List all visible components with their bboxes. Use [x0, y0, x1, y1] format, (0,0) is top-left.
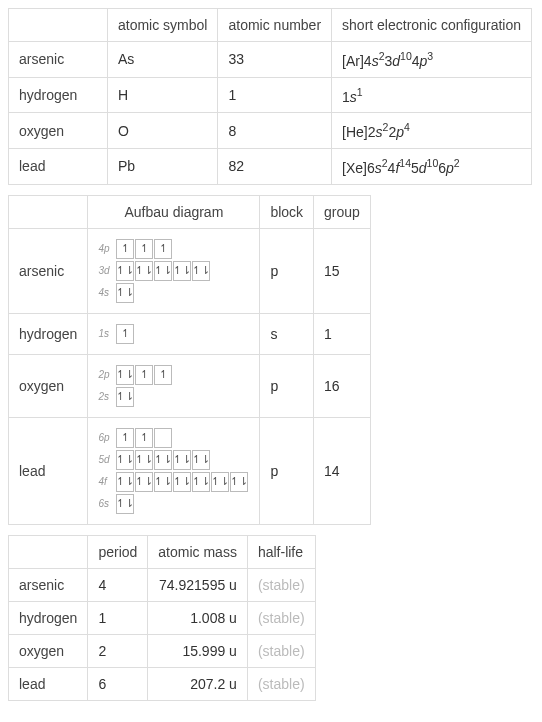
orbital-row: 4s↿⇂	[98, 283, 249, 303]
orbital-label: 2p	[98, 369, 116, 380]
orbital-box	[154, 428, 172, 448]
element-name: lead	[9, 148, 108, 184]
element-name: arsenic	[9, 568, 88, 601]
orbital-row: 4f↿⇂↿⇂↿⇂↿⇂↿⇂↿⇂↿⇂	[98, 472, 249, 492]
aufbau-diagram: 2p↿⇂↿↿2s↿⇂	[98, 365, 249, 407]
period: 1	[88, 601, 148, 634]
short-config: [He]2s22p4	[332, 113, 532, 149]
table-atomic-basics: atomic symbol atomic number short electr…	[8, 8, 532, 185]
atomic-mass: 74.921595 u	[148, 568, 248, 601]
element-name: hydrogen	[9, 313, 88, 354]
atomic-number: 1	[218, 77, 332, 113]
orbital-row: 2s↿⇂	[98, 387, 249, 407]
header-period: period	[88, 535, 148, 568]
element-name: arsenic	[9, 228, 88, 313]
table-header-row: atomic symbol atomic number short electr…	[9, 9, 532, 42]
block: p	[260, 417, 314, 524]
orbital-box: ↿⇂	[116, 472, 134, 492]
atomic-symbol: Pb	[108, 148, 218, 184]
period: 2	[88, 634, 148, 667]
table-row: lead6207.2 u(stable)	[9, 667, 316, 700]
orbital-box: ↿⇂	[211, 472, 229, 492]
block: p	[260, 228, 314, 313]
header-empty	[9, 9, 108, 42]
orbital-label: 1s	[98, 328, 116, 339]
atomic-mass: 207.2 u	[148, 667, 248, 700]
group: 16	[314, 354, 371, 417]
short-config: [Ar]4s23d104p3	[332, 42, 532, 78]
block: p	[260, 354, 314, 417]
orbital-label: 4p	[98, 243, 116, 254]
orbital-box: ↿⇂	[116, 283, 134, 303]
orbital-box: ↿⇂	[154, 450, 172, 470]
orbital-label: 4f	[98, 476, 116, 487]
orbital-row: 6p↿↿	[98, 428, 249, 448]
atomic-mass: 1.008 u	[148, 601, 248, 634]
orbital-box: ↿	[116, 324, 134, 344]
table-aufbau-block-group: Aufbau diagram block group arsenic4p↿↿↿3…	[8, 195, 371, 525]
table-row: oxygen2p↿⇂↿↿2s↿⇂p16	[9, 354, 371, 417]
orbital-row: 3d↿⇂↿⇂↿⇂↿⇂↿⇂	[98, 261, 249, 281]
table-row: lead6p↿↿5d↿⇂↿⇂↿⇂↿⇂↿⇂4f↿⇂↿⇂↿⇂↿⇂↿⇂↿⇂↿⇂6s↿⇂…	[9, 417, 371, 524]
table-row: oxygen215.999 u(stable)	[9, 634, 316, 667]
element-name: hydrogen	[9, 77, 108, 113]
atomic-symbol: As	[108, 42, 218, 78]
table-row: hydrogen1s↿s1	[9, 313, 371, 354]
orbital-box: ↿⇂	[173, 472, 191, 492]
orbital-box: ↿⇂	[116, 365, 134, 385]
aufbau-cell: 1s↿	[88, 313, 260, 354]
orbital-row: 5d↿⇂↿⇂↿⇂↿⇂↿⇂	[98, 450, 249, 470]
short-config: [Xe]6s24f145d106p2	[332, 148, 532, 184]
half-life: (stable)	[247, 634, 315, 667]
orbital-box: ↿	[116, 239, 134, 259]
aufbau-diagram: 6p↿↿5d↿⇂↿⇂↿⇂↿⇂↿⇂4f↿⇂↿⇂↿⇂↿⇂↿⇂↿⇂↿⇂6s↿⇂	[98, 428, 249, 514]
orbital-row: 4p↿↿↿	[98, 239, 249, 259]
header-aufbau: Aufbau diagram	[88, 195, 260, 228]
atomic-symbol: O	[108, 113, 218, 149]
table-row: arsenic4p↿↿↿3d↿⇂↿⇂↿⇂↿⇂↿⇂4s↿⇂p15	[9, 228, 371, 313]
table-row: arsenicAs33[Ar]4s23d104p3	[9, 42, 532, 78]
half-life: (stable)	[247, 667, 315, 700]
atomic-mass: 15.999 u	[148, 634, 248, 667]
group: 1	[314, 313, 371, 354]
header-atomic-symbol: atomic symbol	[108, 9, 218, 42]
orbital-box: ↿⇂	[230, 472, 248, 492]
header-atomic-mass: atomic mass	[148, 535, 248, 568]
orbital-box: ↿⇂	[173, 450, 191, 470]
aufbau-diagram: 1s↿	[98, 324, 249, 344]
atomic-number: 82	[218, 148, 332, 184]
orbital-box: ↿	[135, 365, 153, 385]
orbital-box: ↿⇂	[135, 450, 153, 470]
orbital-box: ↿⇂	[192, 450, 210, 470]
orbital-box: ↿⇂	[135, 261, 153, 281]
half-life: (stable)	[247, 568, 315, 601]
element-name: oxygen	[9, 354, 88, 417]
orbital-box: ↿⇂	[154, 472, 172, 492]
header-block: block	[260, 195, 314, 228]
table-row: leadPb82[Xe]6s24f145d106p2	[9, 148, 532, 184]
period: 4	[88, 568, 148, 601]
table-row: oxygenO8[He]2s22p4	[9, 113, 532, 149]
orbital-row: 2p↿⇂↿↿	[98, 365, 249, 385]
orbital-box: ↿⇂	[173, 261, 191, 281]
orbital-box: ↿⇂	[116, 261, 134, 281]
orbital-box: ↿⇂	[135, 472, 153, 492]
element-name: lead	[9, 667, 88, 700]
aufbau-cell: 4p↿↿↿3d↿⇂↿⇂↿⇂↿⇂↿⇂4s↿⇂	[88, 228, 260, 313]
table-header-row: period atomic mass half-life	[9, 535, 316, 568]
orbital-box: ↿⇂	[192, 472, 210, 492]
header-short-config: short electronic configuration	[332, 9, 532, 42]
element-name: hydrogen	[9, 601, 88, 634]
element-name: arsenic	[9, 42, 108, 78]
group: 15	[314, 228, 371, 313]
atomic-symbol: H	[108, 77, 218, 113]
header-empty	[9, 195, 88, 228]
group: 14	[314, 417, 371, 524]
orbital-box: ↿	[154, 239, 172, 259]
header-group: group	[314, 195, 371, 228]
block: s	[260, 313, 314, 354]
aufbau-diagram: 4p↿↿↿3d↿⇂↿⇂↿⇂↿⇂↿⇂4s↿⇂	[98, 239, 249, 303]
orbital-box: ↿	[135, 239, 153, 259]
table-row: arsenic474.921595 u(stable)	[9, 568, 316, 601]
aufbau-cell: 2p↿⇂↿↿2s↿⇂	[88, 354, 260, 417]
